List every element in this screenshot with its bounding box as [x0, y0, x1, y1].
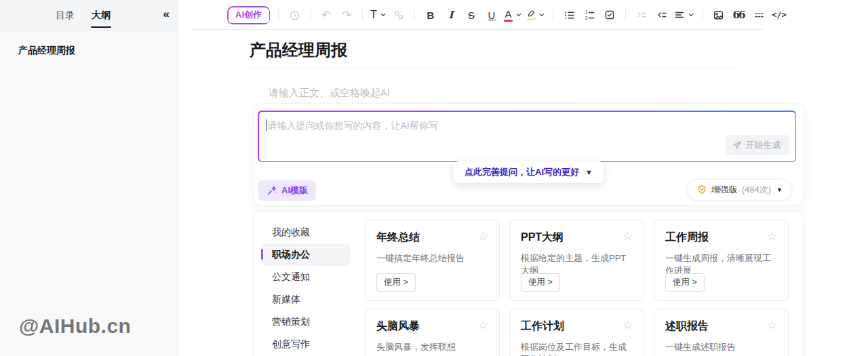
text-style-dropdown[interactable]: T — [370, 5, 387, 24]
toolbar-separator — [625, 9, 626, 20]
sidebar: 目录 大纲 « 产品经理周报 @AIHub.cn — [0, 0, 178, 356]
quote-icon[interactable]: 66 — [730, 5, 747, 24]
template-card[interactable]: 述职报告 ☆ 一键生成述职报告 使用 > — [654, 309, 789, 356]
template-title: 述职报告 — [665, 319, 709, 334]
favorite-star-icon[interactable]: ☆ — [478, 231, 488, 242]
template-title: 工作周报 — [665, 231, 709, 245]
refine-prompt-label: 点此完善提问，让AI写的更好 — [465, 166, 579, 178]
watermark: @AIHub.cn — [19, 315, 131, 338]
category-marketing[interactable]: 营销策划 — [261, 311, 350, 333]
favorite-star-icon[interactable]: ☆ — [478, 319, 488, 331]
undo-icon[interactable]: ↶ — [318, 5, 334, 24]
chevron-down-icon — [380, 12, 387, 18]
divider-icon[interactable] — [751, 5, 767, 24]
use-template-button[interactable]: 使用 > — [521, 273, 560, 292]
generate-label: 开始生成 — [746, 139, 781, 151]
outline-item[interactable]: 产品经理周报 — [18, 45, 75, 57]
template-title: 年终总结 — [376, 231, 420, 245]
favorite-star-icon[interactable]: ☆ — [767, 319, 777, 331]
bulleted-list-icon[interactable] — [561, 5, 577, 24]
align-dropdown[interactable] — [674, 5, 694, 24]
toolbar-separator — [702, 9, 703, 20]
generate-button[interactable]: 开始生成 — [725, 135, 789, 155]
formatting-toolbar: AI创作 ↶ ↷ T — [178, 0, 868, 30]
template-desc: 头脑风暴，发挥联想 — [376, 341, 488, 353]
category-favorites[interactable]: 我的收藏 — [261, 221, 350, 243]
template-card[interactable]: 年终总结 ☆ 一键搞定年终总结报告 使用 > — [365, 220, 500, 301]
plan-badge-icon — [696, 184, 707, 195]
favorite-star-icon[interactable]: ☆ — [767, 231, 777, 242]
category-workplace[interactable]: 职场办公 — [261, 243, 350, 266]
collapse-sidebar-icon[interactable]: « — [163, 7, 167, 21]
template-title: 头脑风暴 — [376, 319, 420, 334]
svg-text:2: 2 — [585, 15, 587, 20]
sidebar-header: 目录 大纲 « — [0, 0, 178, 31]
redo-icon[interactable]: ↷ — [338, 5, 355, 24]
plan-name: 增强版 — [711, 184, 738, 196]
chevron-down-icon — [688, 12, 694, 18]
format-painter-icon[interactable] — [391, 5, 407, 24]
strikethrough-icon[interactable]: S — [463, 5, 479, 24]
image-icon[interactable] — [710, 5, 726, 24]
toolbar-separator — [414, 9, 415, 20]
toolbar-separator — [278, 9, 279, 20]
category-new-media[interactable]: 新媒体 — [261, 288, 350, 311]
ai-create-button[interactable]: AI创作 — [227, 6, 270, 24]
triangle-down-icon: ▼ — [776, 186, 783, 193]
ai-template-label: AI模版 — [281, 184, 308, 197]
favorite-star-icon[interactable]: ☆ — [623, 319, 633, 331]
font-color-icon: A — [504, 9, 513, 22]
highlight-icon — [526, 9, 536, 20]
refine-prompt-tooltip[interactable]: 点此完善提问，让AI写的更好 ▼ — [453, 161, 604, 183]
category-creative-writing[interactable]: 创意写作 — [261, 333, 350, 355]
task-list-icon[interactable] — [601, 5, 618, 24]
title-divider — [250, 68, 741, 68]
template-title: 工作计划 — [521, 319, 564, 334]
outdent-icon[interactable] — [654, 5, 670, 24]
send-icon — [732, 140, 742, 150]
ai-template-button[interactable]: AI模版 — [258, 180, 316, 201]
category-official-notice[interactable]: 公文通知 — [261, 266, 350, 288]
tab-catalog[interactable]: 目录 — [56, 9, 75, 22]
ai-create-label: AI创作 — [235, 9, 262, 21]
plan-dropdown[interactable]: 增强版 (484次) ▼ — [687, 179, 792, 201]
ai-prompt-input-inner[interactable]: 请输入提问或你想写的内容，让AI帮你写 开始生成 — [259, 112, 795, 161]
template-card[interactable]: PPT大纲 ☆ 根据给定的主题，生成PPT大纲 使用 > — [509, 220, 644, 301]
history-icon[interactable] — [286, 5, 302, 24]
plan-count: (484次) — [742, 184, 771, 196]
template-card[interactable]: 工作计划 ☆ 根据岗位及工作目标，生成工作计划 使用 > — [509, 309, 644, 356]
body-placeholder[interactable]: 请输入正文、或空格唤起AI — [269, 87, 390, 100]
text-caret — [266, 119, 267, 131]
tab-outline[interactable]: 大纲 — [92, 9, 111, 22]
bold-icon[interactable]: B — [422, 5, 439, 24]
use-template-button[interactable]: 使用 > — [376, 273, 416, 292]
app-window: 目录 大纲 « 产品经理周报 @AIHub.cn AI创作 ↶ ↷ — [0, 0, 868, 356]
template-card[interactable]: 工作周报 ☆ 一键生成周报，清晰展现工作进展 使用 > — [654, 220, 789, 301]
templates-panel: 我的收藏 职场办公 公文通知 新媒体 营销策划 创意写作 年终总结 ☆ 一键搞定… — [254, 211, 804, 356]
use-template-button[interactable]: 使用 > — [665, 273, 705, 292]
template-card[interactable]: 头脑风暴 ☆ 头脑风暴，发挥联想 使用 > — [365, 309, 500, 356]
underline-icon[interactable]: U — [484, 5, 500, 24]
template-desc: 一键生成述职报告 — [665, 341, 777, 353]
chevron-down-icon — [515, 12, 522, 18]
italic-icon[interactable]: I — [443, 5, 459, 24]
svg-text:1: 1 — [585, 9, 587, 14]
indent-icon[interactable] — [633, 5, 650, 24]
toolbar-separator — [553, 9, 553, 20]
toolbar-separator — [362, 9, 363, 20]
numbered-list-icon[interactable]: 1 2 — [581, 5, 597, 24]
ai-prompt-placeholder: 请输入提问或你想写的内容，让AI帮你写 — [268, 120, 438, 132]
triangle-down-icon: ▼ — [585, 168, 593, 176]
magic-wand-icon — [267, 185, 277, 196]
main-area: AI创作 ↶ ↷ T — [178, 0, 868, 356]
template-categories: 我的收藏 职场办公 公文通知 新媒体 营销策划 创意写作 — [261, 221, 350, 355]
highlight-dropdown[interactable] — [526, 5, 545, 24]
align-icon — [674, 9, 685, 20]
favorite-star-icon[interactable]: ☆ — [623, 231, 633, 242]
ai-prompt-input[interactable]: 请输入提问或你想写的内容，让AI帮你写 开始生成 — [258, 111, 796, 162]
page-title[interactable]: 产品经理周报 — [250, 39, 347, 61]
ai-prompt-popover: 请输入提问或你想写的内容，让AI帮你写 开始生成 点此完善提问，让AI写的更好 … — [254, 103, 804, 205]
font-color-dropdown[interactable]: A — [504, 5, 522, 24]
code-icon[interactable]: </> — [771, 5, 787, 24]
template-cards-grid: 年终总结 ☆ 一键搞定年终总结报告 使用 > PPT大纲 ☆ 根据给定的主题，生… — [365, 220, 789, 356]
